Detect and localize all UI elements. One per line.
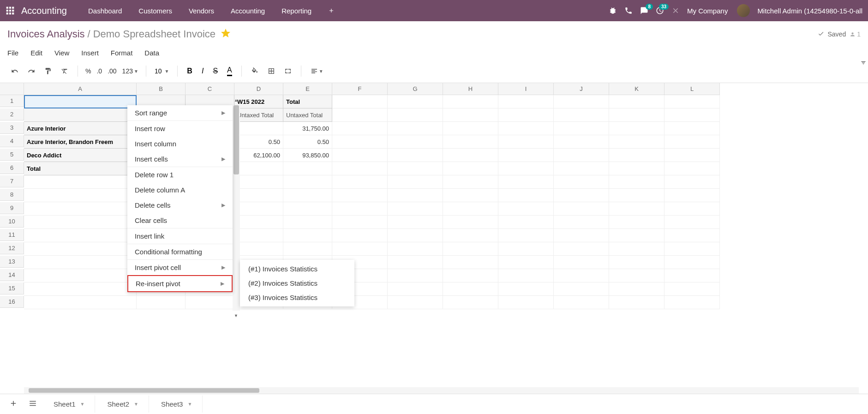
submenu-item[interactable]: (#1) Invoices Statistics: [240, 262, 354, 276]
cell[interactable]: 0.50: [283, 135, 332, 149]
ctx-conditional-format[interactable]: Conditional formatting: [127, 244, 233, 259]
cell[interactable]: [498, 95, 554, 108]
ctx-reinsert-pivot[interactable]: Re-insert pivot▶: [127, 275, 233, 292]
cell[interactable]: [234, 122, 283, 135]
cell[interactable]: [332, 162, 388, 175]
cell[interactable]: [443, 135, 498, 149]
menu-format[interactable]: Format: [111, 49, 133, 57]
col-header[interactable]: K: [609, 83, 664, 95]
row-header[interactable]: 2: [0, 108, 24, 120]
undo-button[interactable]: [7, 65, 22, 78]
cell[interactable]: [498, 162, 554, 175]
chat-icon[interactable]: 8: [640, 6, 648, 15]
col-header[interactable]: H: [443, 83, 498, 95]
breadcrumb-parent[interactable]: Invoices Analysis: [7, 28, 85, 40]
cell[interactable]: [664, 108, 720, 122]
cell[interactable]: [283, 162, 332, 175]
cell[interactable]: [388, 149, 443, 162]
bug-icon[interactable]: [609, 6, 617, 15]
cell[interactable]: [609, 95, 664, 108]
apps-icon[interactable]: [6, 6, 15, 15]
bold-button[interactable]: B: [183, 64, 196, 78]
cell[interactable]: [554, 162, 609, 175]
avatar[interactable]: [737, 4, 750, 17]
favorite-star-icon[interactable]: [220, 28, 231, 41]
decimal-decrease-button[interactable]: .0: [95, 67, 104, 75]
row-header[interactable]: 12: [0, 242, 24, 254]
row-header[interactable]: 11: [0, 229, 24, 241]
cell[interactable]: Azure Interior, Brandon Freem: [24, 135, 137, 149]
cell[interactable]: Untaxed Total: [283, 108, 332, 122]
row-header[interactable]: 4: [0, 135, 24, 147]
cell[interactable]: [554, 149, 609, 162]
cell[interactable]: Deco Addict: [24, 149, 137, 162]
cell[interactable]: [388, 108, 443, 122]
nav-accounting[interactable]: Accounting: [222, 0, 273, 21]
ctx-delete-cells[interactable]: Delete cells▶: [127, 198, 233, 213]
cell[interactable]: [24, 95, 137, 108]
cell[interactable]: [332, 122, 388, 135]
submenu-item[interactable]: (#2) Invoices Statistics: [240, 276, 354, 290]
filter-icon[interactable]: [859, 57, 868, 69]
menu-view[interactable]: View: [54, 49, 69, 57]
row-header[interactable]: 5: [0, 149, 24, 161]
row-header[interactable]: 16: [0, 296, 24, 308]
paint-format-button[interactable]: [41, 65, 55, 78]
cell[interactable]: [609, 108, 664, 122]
cell[interactable]: [664, 95, 720, 108]
cell[interactable]: [443, 122, 498, 135]
row-header[interactable]: 15: [0, 282, 24, 294]
cell[interactable]: [554, 122, 609, 135]
col-header[interactable]: E: [283, 83, 332, 95]
fill-color-button[interactable]: [247, 65, 262, 78]
nav-vendors[interactable]: Vendors: [180, 0, 222, 21]
company-selector[interactable]: My Company: [687, 7, 728, 15]
cell[interactable]: [609, 135, 664, 149]
ctx-clear-cells[interactable]: Clear cells: [127, 213, 233, 228]
cell[interactable]: [609, 122, 664, 135]
cell[interactable]: [332, 149, 388, 162]
text-color-button[interactable]: A: [223, 63, 236, 79]
cell[interactable]: [443, 95, 498, 108]
cell[interactable]: 0.50: [234, 135, 283, 149]
cell[interactable]: [664, 162, 720, 175]
col-header[interactable]: I: [498, 83, 554, 95]
menu-insert[interactable]: Insert: [81, 49, 99, 57]
percent-button[interactable]: %: [84, 67, 93, 75]
ctx-sort-range[interactable]: Sort range▶: [127, 105, 233, 120]
strike-button[interactable]: S: [209, 64, 221, 78]
cell[interactable]: [388, 135, 443, 149]
ctx-insert-column[interactable]: Insert column: [127, 136, 233, 151]
col-header[interactable]: D: [234, 83, 283, 95]
cell[interactable]: [388, 122, 443, 135]
cell[interactable]: [554, 95, 609, 108]
ctx-insert-row[interactable]: Insert row: [127, 121, 233, 136]
align-button[interactable]: ▼: [307, 65, 327, 78]
nav-add[interactable]: [320, 0, 343, 21]
menu-file[interactable]: File: [7, 49, 18, 57]
cell[interactable]: [609, 149, 664, 162]
cell[interactable]: [24, 108, 137, 122]
submenu-item[interactable]: (#3) Invoices Statistics: [240, 290, 354, 305]
phone-icon[interactable]: [624, 6, 633, 15]
cell[interactable]: [498, 135, 554, 149]
clear-format-button[interactable]: [57, 65, 72, 78]
row-header[interactable]: 7: [0, 175, 24, 187]
cell[interactable]: [498, 149, 554, 162]
nav-customers[interactable]: Customers: [130, 0, 180, 21]
redo-button[interactable]: [24, 65, 39, 78]
ctx-delete-column[interactable]: Delete column A: [127, 182, 233, 198]
scroll-up-icon[interactable]: ▲: [234, 98, 238, 102]
col-header[interactable]: F: [332, 83, 388, 95]
ctx-delete-row[interactable]: Delete row 1: [127, 167, 233, 182]
cell[interactable]: [498, 122, 554, 135]
cell[interactable]: [388, 162, 443, 175]
number-format-button[interactable]: 123▼: [120, 67, 140, 75]
col-header[interactable]: G: [388, 83, 443, 95]
cell[interactable]: 62,100.00: [234, 149, 283, 162]
cell[interactable]: [554, 108, 609, 122]
cell[interactable]: [332, 108, 388, 122]
app-brand[interactable]: Accounting: [21, 6, 67, 16]
row-header[interactable]: 1: [0, 95, 24, 107]
col-header[interactable]: B: [137, 83, 186, 95]
